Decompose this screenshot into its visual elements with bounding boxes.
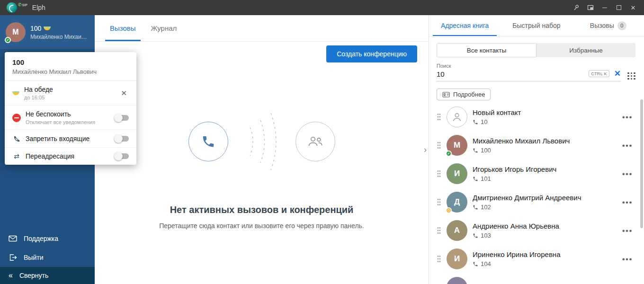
user-block[interactable]: М ✓ 100 Михайленко Михаи…: [0, 15, 95, 49]
calls-count-badge: 0: [617, 21, 626, 30]
scrollbar-thumb[interactable]: [640, 99, 643, 228]
calls-empty-area: Создать конференцию: [95, 42, 429, 284]
contact-name: Ириненко Ирина Игоревна: [473, 250, 561, 258]
avatar: Д: [447, 192, 467, 213]
online-status-badge-icon: ✓: [5, 37, 11, 43]
titlebar: ✆ SIP Elph ✕: [0, 0, 644, 15]
empty-illustration: [188, 111, 335, 172]
contact-row[interactable]: П Петренко Пётр Петрович •••: [437, 273, 635, 284]
forwarding-toggle[interactable]: [115, 153, 129, 159]
contact-more-button[interactable]: •••: [619, 225, 635, 237]
contact-more-button[interactable]: •••: [619, 111, 635, 123]
drag-handle-icon[interactable]: [437, 170, 441, 178]
drag-handle-icon[interactable]: [437, 198, 441, 206]
contact-row[interactable]: М ✓ Михайленко Михаил Львович 100 •••: [437, 131, 635, 160]
avatar: И: [447, 163, 467, 184]
empty-title: Нет активных вызовов и конференций: [170, 204, 354, 215]
close-button[interactable]: ✕: [626, 1, 640, 14]
collapse-right-panel-button[interactable]: ›: [423, 142, 428, 157]
status-row-block-incoming[interactable]: Запретить входящие: [5, 130, 136, 148]
collapse-sidebar-button[interactable]: « Свернуть: [0, 267, 95, 284]
contact-name: Михайленко Михаил Львович: [473, 137, 570, 145]
phone-icon: [473, 261, 478, 267]
contact-more-button[interactable]: •••: [619, 196, 635, 208]
ellipsis-icon: •••: [622, 255, 633, 264]
main-tab-bar: Вызовы Журнал: [95, 15, 429, 42]
contact-row[interactable]: А Андриенко Анна Юрьевна 103 •••: [437, 216, 635, 245]
contact-row[interactable]: И Ириненко Ирина Игоревна 104 •••: [437, 245, 635, 273]
contact-row[interactable]: Новый контакт 10 •••: [437, 103, 635, 131]
right-panel-tab-bar: Адресная книга Быстрый набор Вызовы 0: [429, 15, 644, 36]
maximize-button[interactable]: [612, 1, 626, 14]
dialpad-grid-button[interactable]: [627, 72, 635, 82]
phone-icon: [473, 176, 478, 182]
drag-handle-icon[interactable]: [437, 227, 441, 234]
close-icon: ✕: [121, 89, 127, 97]
picture-in-picture-icon: [587, 5, 594, 11]
avatar: А: [447, 220, 467, 241]
segment-all-contacts[interactable]: Все контакты: [437, 43, 537, 57]
ellipsis-icon: •••: [622, 113, 633, 122]
call-forwarding-icon: ⇄: [12, 152, 21, 160]
contact-number: 10: [473, 118, 521, 125]
phone-icon: [473, 119, 478, 125]
phone-icon: [473, 148, 478, 153]
minimize-button[interactable]: [598, 1, 612, 14]
contact-name: Петренко Пётр Петрович: [473, 283, 555, 284]
phone-icon: [473, 204, 478, 210]
sidebar-item-support[interactable]: Поддержка: [0, 229, 95, 248]
contact-number: 100: [473, 147, 570, 154]
create-conference-button[interactable]: Создать конференцию: [326, 45, 417, 62]
contact-row[interactable]: Д Дмитриенко Дмитрий Андреевич 102 •••: [437, 188, 635, 216]
avatar: П: [447, 277, 467, 284]
drag-handle-icon[interactable]: [437, 113, 441, 121]
ellipsis-icon: •••: [622, 226, 633, 235]
contact-more-button[interactable]: •••: [619, 140, 635, 151]
contact-row[interactable]: И Игорьков Игорь Игоревич 101 •••: [437, 160, 635, 188]
clear-search-button[interactable]: ✕: [614, 70, 621, 78]
pin-icon: [573, 4, 580, 11]
avatar-initials: М: [12, 28, 18, 36]
status-label: На обеде: [24, 86, 114, 93]
search-label: Поиск: [437, 63, 621, 69]
sip-phone-icon: ✆: [18, 3, 22, 7]
user-status-popup: 100 Михайленко Михаил Львович На обеде д…: [5, 52, 136, 165]
contact-more-button[interactable]: •••: [619, 253, 635, 265]
contact-more-button[interactable]: •••: [619, 282, 635, 284]
details-button[interactable]: Подробнее: [437, 89, 491, 100]
tab-address-book[interactable]: Адресная книга: [429, 15, 501, 36]
tab-calls-list[interactable]: Вызовы 0: [572, 15, 644, 36]
status-row-lunch[interactable]: На обеде до 16:05 ✕: [5, 81, 136, 106]
signal-waves-icon: [246, 111, 277, 172]
always-on-top-button[interactable]: [583, 1, 598, 14]
taco-emoji-icon: [44, 27, 51, 30]
logout-label: Выйти: [24, 254, 43, 261]
drag-handle-icon[interactable]: [437, 142, 441, 149]
drag-handle-icon[interactable]: [437, 255, 441, 263]
dnd-toggle[interactable]: [115, 115, 129, 121]
ellipsis-icon: •••: [622, 141, 633, 150]
status-until: до 16:05: [24, 95, 114, 100]
ellipsis-icon: •••: [622, 169, 633, 178]
contact-more-button[interactable]: •••: [619, 168, 635, 180]
contact-name: Игорьков Игорь Игоревич: [473, 165, 556, 173]
pin-window-button[interactable]: [569, 1, 583, 14]
contact-number: 102: [473, 204, 581, 211]
conference-circle-icon: [295, 122, 335, 161]
tab-journal[interactable]: Журнал: [143, 15, 185, 41]
avatar: М ✓: [447, 135, 467, 156]
sidebar-item-logout[interactable]: Выйти: [0, 248, 95, 267]
popup-full-name: Михайленко Михаил Львович: [12, 68, 129, 75]
app-title: Elph: [32, 4, 45, 11]
clear-status-button[interactable]: ✕: [119, 88, 129, 98]
phone-icon: [473, 233, 478, 239]
status-row-dnd[interactable]: Не беспокоить Отключает все уведомления: [5, 106, 136, 130]
segment-favorites[interactable]: Избранные: [537, 43, 635, 57]
tab-calls[interactable]: Вызовы: [102, 15, 143, 41]
search-input[interactable]: Поиск 10 CTRL K ✕: [437, 63, 621, 81]
phone-blocked-icon: [12, 135, 21, 142]
block-incoming-toggle[interactable]: [115, 136, 129, 142]
status-row-forwarding[interactable]: ⇄ Переадресация: [5, 148, 136, 165]
tab-speed-dial[interactable]: Быстрый набор: [501, 15, 572, 36]
app-window: ✆ SIP Elph ✕ М ✓: [0, 0, 644, 284]
